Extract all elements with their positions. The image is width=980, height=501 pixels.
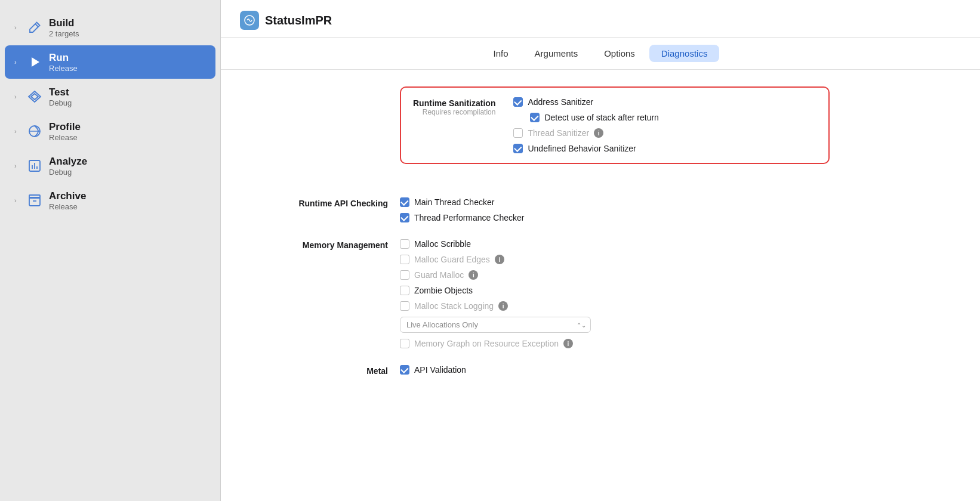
tab-bar: Info Arguments Options Diagnostics <box>221 38 980 70</box>
thread-perf-checker-row: Thread Performance Checker <box>400 213 524 222</box>
malloc-guard-edges-info-icon[interactable]: i <box>495 255 504 264</box>
main-thread-checker-checkbox[interactable] <box>400 197 409 207</box>
tab-info[interactable]: Info <box>482 45 520 62</box>
sidebar-item-test-subtitle: Debug <box>49 98 72 107</box>
memory-management-section: Memory Management Malloc Scribble Malloc… <box>245 239 956 348</box>
malloc-scribble-row: Malloc Scribble <box>400 239 591 249</box>
sanitization-label-main: Runtime Sanitization <box>413 98 495 108</box>
thread-sanitizer-info-icon[interactable]: i <box>594 128 603 138</box>
run-icon <box>24 51 45 73</box>
memory-graph-checkbox[interactable] <box>400 339 409 348</box>
runtime-api-label: Runtime API Checking <box>245 197 400 222</box>
chevron-right-icon-archive: › <box>14 197 24 204</box>
sidebar-item-build[interactable]: › Build 2 targets <box>5 11 215 44</box>
sidebar: › Build 2 targets › Run Release › <box>0 0 221 501</box>
chevron-right-icon-run: › <box>14 58 24 66</box>
sidebar-item-archive-subtitle: Release <box>49 202 86 211</box>
malloc-scribble-checkbox[interactable] <box>400 239 409 249</box>
memory-graph-label: Memory Graph on Resource Exception <box>414 339 559 348</box>
tab-diagnostics[interactable]: Diagnostics <box>649 45 720 62</box>
zombie-objects-checkbox[interactable] <box>400 286 409 295</box>
thread-sanitizer-label: Thread Sanitizer <box>528 128 589 138</box>
zombie-objects-label: Zombie Objects <box>414 286 473 295</box>
guard-malloc-row: Guard Malloc i <box>400 270 591 280</box>
profile-icon <box>24 120 45 142</box>
thread-sanitizer-checkbox[interactable] <box>513 128 523 138</box>
malloc-stack-logging-checkbox[interactable] <box>400 301 409 311</box>
api-validation-checkbox[interactable] <box>400 365 409 375</box>
thread-sanitizer-row: Thread Sanitizer i <box>513 128 658 138</box>
sanitization-box: Runtime Sanitization Requires recompilat… <box>400 86 830 164</box>
metal-label: Metal <box>245 365 400 376</box>
undefined-behavior-label: Undefined Behavior Sanitizer <box>528 144 636 153</box>
malloc-stack-logging-label: Malloc Stack Logging <box>414 301 494 311</box>
app-title: StatusImPR <box>265 14 332 27</box>
archive-icon <box>24 190 45 211</box>
thread-perf-checker-label: Thread Performance Checker <box>414 213 524 222</box>
api-validation-row: API Validation <box>400 365 466 375</box>
sanitization-label-sub: Requires recompilation <box>413 108 495 116</box>
detect-stack-checkbox[interactable] <box>530 113 540 122</box>
main-content: StatusImPR Info Arguments Options Diagno… <box>221 0 980 501</box>
memory-graph-info-icon[interactable]: i <box>563 339 573 348</box>
thread-perf-checker-checkbox[interactable] <box>400 213 409 222</box>
live-allocations-dropdown[interactable]: Live Allocations Only All Allocations an… <box>400 317 591 333</box>
sidebar-item-build-subtitle: 2 targets <box>49 29 79 38</box>
test-icon <box>24 86 45 107</box>
malloc-guard-edges-checkbox[interactable] <box>400 255 409 264</box>
malloc-stack-logging-info-icon[interactable]: i <box>498 301 508 311</box>
svg-marker-2 <box>31 94 38 100</box>
diagnostics-content: Runtime Sanitization Requires recompilat… <box>221 70 980 409</box>
malloc-scribble-label: Malloc Scribble <box>414 239 471 249</box>
dropdown-wrapper: Live Allocations Only All Allocations an… <box>400 317 591 333</box>
main-thread-checker-label: Main Thread Checker <box>414 197 494 207</box>
metal-section: Metal API Validation <box>245 365 956 376</box>
undefined-behavior-checkbox[interactable] <box>513 144 523 153</box>
sidebar-item-run-subtitle: Release <box>49 64 78 73</box>
runtime-api-label-text: Runtime API Checking <box>245 199 388 208</box>
zombie-objects-row: Zombie Objects <box>400 286 591 295</box>
sidebar-item-archive[interactable]: › Archive Release <box>5 184 215 217</box>
sidebar-item-analyze[interactable]: › Analyze Debug <box>5 149 215 183</box>
sidebar-item-profile-subtitle: Release <box>49 133 81 142</box>
detect-stack-label: Detect use of stack after return <box>544 113 658 122</box>
guard-malloc-label: Guard Malloc <box>414 270 464 280</box>
svg-rect-10 <box>29 195 40 198</box>
runtime-sanitization-label <box>245 86 400 88</box>
api-validation-label: API Validation <box>414 365 466 375</box>
malloc-guard-edges-row: Malloc Guard Edges i <box>400 255 591 264</box>
guard-malloc-checkbox[interactable] <box>400 270 409 280</box>
runtime-api-controls: Main Thread Checker Thread Performance C… <box>400 197 524 222</box>
tab-arguments[interactable]: Arguments <box>523 45 590 62</box>
memory-graph-row: Memory Graph on Resource Exception i <box>400 339 591 348</box>
sidebar-item-test[interactable]: › Test Debug <box>5 80 215 113</box>
sanitization-controls: Address Sanitizer Detect use of stack af… <box>513 97 658 153</box>
runtime-api-section: Runtime API Checking Main Thread Checker… <box>245 197 956 222</box>
chevron-right-icon-test: › <box>14 93 24 100</box>
sidebar-item-analyze-name: Analyze <box>49 156 87 168</box>
chevron-right-icon-analyze: › <box>14 162 24 169</box>
sidebar-item-run[interactable]: › Run Release <box>5 45 215 79</box>
chevron-right-icon: › <box>14 24 24 31</box>
tab-options[interactable]: Options <box>592 45 647 62</box>
address-sanitizer-row: Address Sanitizer <box>513 97 658 107</box>
malloc-stack-logging-row: Malloc Stack Logging i <box>400 301 591 311</box>
app-header: StatusImPR <box>221 0 980 38</box>
guard-malloc-info-icon[interactable]: i <box>469 270 478 280</box>
sanitization-section-label: Runtime Sanitization Requires recompilat… <box>413 97 507 116</box>
memory-management-label: Memory Management <box>245 239 400 348</box>
detect-stack-row: Detect use of stack after return <box>530 113 658 122</box>
live-allocations-dropdown-row: Live Allocations Only All Allocations an… <box>400 317 591 333</box>
memory-management-label-text: Memory Management <box>245 240 388 250</box>
sidebar-item-profile-name: Profile <box>49 121 81 133</box>
svg-marker-0 <box>32 57 39 67</box>
sidebar-item-test-name: Test <box>49 86 72 98</box>
sidebar-item-analyze-subtitle: Debug <box>49 168 87 177</box>
address-sanitizer-checkbox[interactable] <box>513 97 523 107</box>
chevron-right-icon-profile: › <box>14 128 24 135</box>
app-icon <box>240 11 259 30</box>
metal-label-text: Metal <box>245 366 388 376</box>
sidebar-item-run-name: Run <box>49 52 78 64</box>
metal-controls: API Validation <box>400 365 466 376</box>
sidebar-item-profile[interactable]: › Profile Release <box>5 115 215 148</box>
